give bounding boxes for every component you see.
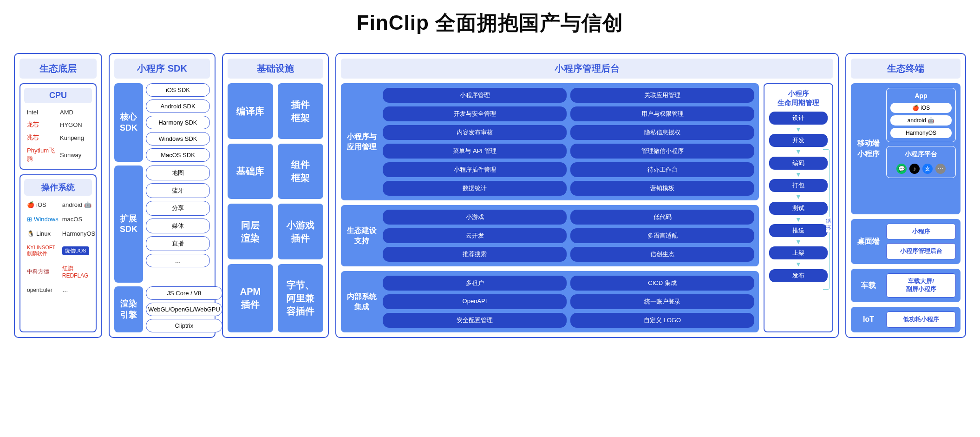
more-icon: ⋯ xyxy=(935,164,946,174)
tiktok-icon: ♪ xyxy=(909,164,920,174)
arrow-down-icon: ▼ xyxy=(769,172,828,176)
logo-phytium: Phytium飞腾 xyxy=(27,146,56,163)
desk-mgmt: 小程序管理后台 xyxy=(886,243,956,259)
col-ecosystem-base: 生态底层 CPU intel AMD 龙芯 HYGON 兆芯 Kunpeng P… xyxy=(14,53,102,338)
logo-ios: 🍎 iOS xyxy=(27,201,59,208)
desk-mp: 小程序 xyxy=(886,224,956,240)
logo-sunway: Sunway xyxy=(60,146,89,163)
lc-3: 打包 xyxy=(769,179,828,192)
sdk-render-row: 渲染 引擎 JS Core / V8 WebGL/OpenGL/WebGPU C… xyxy=(114,286,210,332)
sdk-ext-row: 扩展 SDK 地图 蓝牙 分享 媒体 直播 … xyxy=(114,166,210,283)
pill-live: 直播 xyxy=(146,236,210,251)
sp-2: OpenAPI xyxy=(383,294,567,309)
logo-redflag: 红旗 REDFLAG xyxy=(62,265,96,279)
alipay-icon: 支 xyxy=(922,164,933,174)
vehicle-mp: 车载大屏/ 副屏小程序 xyxy=(886,273,956,298)
pill-macos-sdk: MacOS SDK xyxy=(146,148,210,162)
term-platform-title: 小程序平台 xyxy=(890,150,952,159)
col-sdk: 小程序 SDK 核心 SDK iOS SDK Android SDK Harmo… xyxy=(109,53,216,338)
col2-header: 小程序 SDK xyxy=(114,59,210,79)
term-desktop-label: 桌面端 xyxy=(856,224,882,260)
logo-zhaoxin: 兆芯 xyxy=(27,133,56,142)
mp-2: 开发与安全管理 xyxy=(383,106,567,121)
cpu-grid: intel AMD 龙芯 HYGON 兆芯 Kunpeng Phytium飞腾 … xyxy=(24,107,92,165)
logo-linux: 🐧 Linux xyxy=(27,230,59,237)
lc-1: 开发 xyxy=(769,134,828,147)
arrow-down-icon: ▼ xyxy=(769,240,828,244)
term-app-title: App xyxy=(890,92,952,99)
platform-icons: 💬 ♪ 支 ⋯ xyxy=(890,164,952,174)
term-iot: IoT 低功耗小程序 xyxy=(851,307,960,332)
term-vehicle: 车载 车载大屏/ 副屏小程序 xyxy=(851,269,960,302)
term-vehicle-label: 车载 xyxy=(856,273,882,298)
lc-2: 编码 xyxy=(769,157,828,170)
mgmt-app-section: 小程序与 应用管理 小程序管理 关联应用管理 开发与安全管理 用户与权限管理 内… xyxy=(341,83,759,200)
mgmt-eco-label: 生态建设 支持 xyxy=(346,210,378,262)
mgmt-sys-label: 内部系统 集成 xyxy=(346,276,378,328)
mgmt-sys-section: 内部系统 集成 多租户 CICD 集成 OpenAPI 统一账户登录 安全配置管… xyxy=(341,271,759,332)
arrow-down-icon: ▼ xyxy=(769,150,828,153)
pill-media: 媒体 xyxy=(146,218,210,233)
lc-6: 上架 xyxy=(769,246,828,259)
page-title: FinClip 全面拥抱国产与信创 xyxy=(14,9,966,37)
logo-kylin: KYLINSOFT 麒麟软件 xyxy=(27,245,59,257)
lc-7: 发布 xyxy=(769,269,828,282)
sp-0: 多租户 xyxy=(383,276,567,291)
pill-map: 地图 xyxy=(146,166,210,180)
term-mobile-label: 移动端 小程序 xyxy=(856,88,882,210)
iot-mp: 低功耗小程序 xyxy=(886,311,956,328)
sdk-ext-label: 扩展 SDK xyxy=(114,166,143,283)
sdk-render-label: 渲染 引擎 xyxy=(114,286,143,332)
logo-openeuler: openEuler xyxy=(27,286,59,293)
infra-apm: APM 插件 xyxy=(228,264,273,333)
chip-android: android 🤖 xyxy=(890,115,952,126)
ep-0: 小游戏 xyxy=(383,210,567,225)
sp-4: 安全配置管理 xyxy=(383,313,567,328)
sp-1: CICD 集成 xyxy=(570,276,754,291)
mp-10: 数据统计 xyxy=(383,181,567,196)
col-terminal: 生态终端 移动端 小程序 App 🍎 iOS android 🤖 Harmony… xyxy=(845,53,966,338)
infra-grid: 编译库 插件 框架 基础库 组件 框架 同层 渲染 小游戏 插件 APM 插件 … xyxy=(228,83,323,332)
pill-jscore: JS Core / V8 xyxy=(146,286,222,300)
term-mobile: 移动端 小程序 App 🍎 iOS android 🤖 HarmonyOS 小程… xyxy=(851,83,960,214)
col4-header: 小程序管理后台 xyxy=(341,59,833,79)
lc-0: 设计 xyxy=(769,112,828,125)
logo-android: android 🤖 xyxy=(62,201,96,208)
infra-baselib: 基础库 xyxy=(228,144,273,199)
mgmt-eco-section: 生态建设 支持 小游戏 低代码 云开发 多语言适配 推荐搜索 信创生态 xyxy=(341,205,759,266)
mp-6: 菜单与 API 管理 xyxy=(383,144,567,159)
term-app-panel: App 🍎 iOS android 🤖 HarmonyOS xyxy=(886,88,956,142)
col1-header: 生态底层 xyxy=(20,59,97,79)
arrow-down-icon: ▼ xyxy=(769,127,828,131)
lifecycle-panel: 小程序 生命周期管理 设计 ▼ 开发 ▼ 编码 ▼ 打包 ▼ 测试 ▼ 推送 ▼… xyxy=(764,83,833,332)
col3-header: 基础设施 xyxy=(228,59,323,79)
mp-8: 小程序插件管理 xyxy=(383,162,567,177)
sdk-core-row: 核心 SDK iOS SDK Android SDK Harmony SDK W… xyxy=(114,83,210,162)
logo-macos: macOS xyxy=(62,216,96,223)
chip-ios: 🍎 iOS xyxy=(890,103,952,113)
mp-5: 隐私信息授权 xyxy=(570,125,754,140)
ep-1: 低代码 xyxy=(570,210,754,225)
term-platform-panel: 小程序平台 💬 ♪ 支 ⋯ xyxy=(886,146,956,178)
pill-windows-sdk: Windows SDK xyxy=(146,132,210,146)
infra-compile: 编译库 xyxy=(228,83,273,139)
mp-11: 营销模板 xyxy=(570,181,754,196)
loop-line: 循 环 xyxy=(823,149,830,290)
mp-7: 管理微信小程序 xyxy=(570,144,754,159)
col5-header: 生态终端 xyxy=(851,59,960,79)
arrow-down-icon: ▼ xyxy=(769,195,828,199)
infra-samelayer: 同层 渲染 xyxy=(228,204,273,259)
pill-android-sdk: Android SDK xyxy=(146,99,210,113)
infra-compat: 字节、 阿里兼 容插件 xyxy=(278,264,323,333)
mp-4: 内容发布审核 xyxy=(383,125,567,140)
sp-3: 统一账户登录 xyxy=(570,294,754,309)
os-panel: 操作系统 🍎 iOS android 🤖 ⊞ Windows macOS 🐧 L… xyxy=(20,174,97,332)
arrow-down-icon: ▼ xyxy=(769,218,828,221)
pill-bluetooth: 蓝牙 xyxy=(146,183,210,198)
ep-5: 信创生态 xyxy=(570,247,754,262)
infra-component-fw: 组件 框架 xyxy=(278,144,323,199)
logo-amd: AMD xyxy=(60,109,89,116)
diagram-main: 生态底层 CPU intel AMD 龙芯 HYGON 兆芯 Kunpeng P… xyxy=(14,53,966,338)
mp-9: 待办工作台 xyxy=(570,162,754,177)
sp-5: 自定义 LOGO xyxy=(570,313,754,328)
